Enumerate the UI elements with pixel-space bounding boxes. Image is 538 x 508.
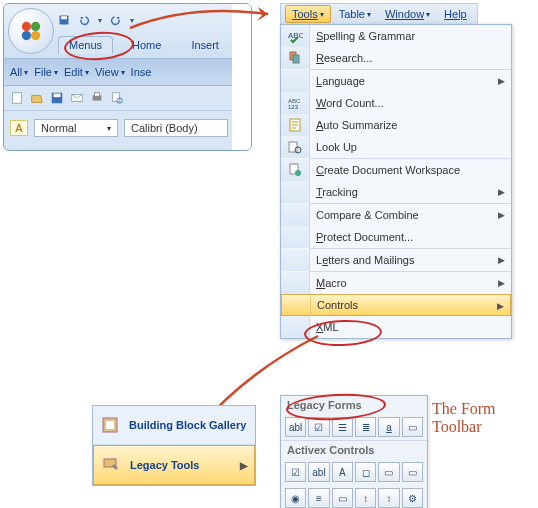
ax-checkbox[interactable]: ☑ — [285, 462, 306, 482]
open-icon[interactable] — [30, 91, 44, 105]
ax-scrollbar[interactable]: ↕ — [378, 488, 399, 508]
legacytools-icon — [101, 454, 123, 476]
svg-point-23 — [295, 170, 301, 176]
tools-dropdown: ABCSSpelling & Grammarpelling & Grammar … — [280, 24, 512, 339]
menu-view[interactable]: View▾ — [95, 66, 125, 78]
svg-point-3 — [31, 31, 40, 40]
svg-point-1 — [31, 22, 40, 31]
menu-lookup[interactable]: Look Up — [281, 136, 511, 158]
activex-row-2: ◉ ≡ ▭ ↕ ↕ ⚙ — [281, 485, 427, 508]
menu-edit[interactable]: Edit▾ — [64, 66, 89, 78]
mail-icon[interactable] — [70, 91, 84, 105]
style-a-icon: A — [10, 120, 28, 136]
wordcount-icon: ABC123 — [287, 95, 303, 111]
ax-listbox[interactable]: ≡ — [308, 488, 329, 508]
svg-rect-20 — [289, 142, 297, 152]
menu-create-doc-workspace[interactable]: Create Document Workspace — [281, 159, 511, 181]
spellcheck-icon: ABC — [287, 28, 303, 44]
office-logo-icon — [20, 20, 42, 42]
form-text-field[interactable]: abl — [285, 417, 306, 437]
svg-point-0 — [22, 22, 31, 31]
menu-macro[interactable]: Macro▶ — [281, 272, 511, 294]
menu-language[interactable]: Language▶ — [281, 70, 511, 92]
ax-label[interactable]: A — [332, 462, 353, 482]
menu-file[interactable]: File▾ — [34, 66, 58, 78]
svg-rect-11 — [94, 93, 99, 97]
autosum-icon — [287, 117, 303, 133]
svg-point-2 — [22, 31, 31, 40]
ax-image[interactable]: ▭ — [378, 462, 399, 482]
menu-insert-cut[interactable]: Inse — [131, 66, 152, 78]
printpreview-icon[interactable] — [110, 91, 124, 105]
menubar-help[interactable]: Help — [438, 6, 473, 22]
activex-row-1: ☑ abl A ◻ ▭ ▭ — [281, 459, 427, 485]
toolbar-row — [4, 86, 251, 111]
menu-controls[interactable]: Controls▶ — [281, 294, 511, 316]
print-icon[interactable] — [90, 91, 104, 105]
save-icon-2[interactable] — [50, 91, 64, 105]
style-row: A Normal▾ Calibri (Body) — [4, 111, 251, 145]
menu-research[interactable]: Research... — [281, 47, 511, 69]
svg-rect-8 — [54, 94, 61, 98]
svg-text:123: 123 — [288, 104, 299, 110]
lookup-icon — [287, 139, 303, 155]
bbgallery-icon — [100, 414, 122, 436]
menus-row: All▾ File▾ Edit▾ View▾ Inse — [4, 59, 251, 86]
menubar-window[interactable]: Window▾ — [379, 6, 436, 22]
annotation-label: The Form Toolbar — [432, 400, 538, 436]
menubar-table[interactable]: Table▾ — [333, 6, 377, 22]
menu-wordcount[interactable]: ABC123Word Count... — [281, 92, 511, 114]
undo-icon[interactable] — [78, 14, 90, 26]
office-button[interactable] — [8, 8, 54, 54]
activex-header: Activex Controls — [281, 441, 427, 459]
menu-all[interactable]: All▾ — [10, 66, 28, 78]
menu-compare[interactable]: Compare & Combine▶ — [281, 204, 511, 226]
ax-button[interactable]: ▭ — [402, 462, 423, 482]
menu-letters-mailings[interactable]: Letters and Mailings▶ — [281, 249, 511, 271]
font-selector[interactable]: Calibri (Body) — [124, 119, 228, 137]
svg-rect-16 — [293, 55, 299, 63]
ax-spin[interactable]: ↕ — [355, 488, 376, 508]
svg-rect-5 — [61, 16, 67, 19]
menubar-tools[interactable]: Tools▾ — [285, 5, 331, 23]
tab-insert[interactable]: Insert — [180, 36, 230, 54]
svg-rect-25 — [106, 421, 114, 429]
form-frame[interactable]: ≣ — [355, 417, 376, 437]
ax-textbox[interactable]: abl — [308, 462, 329, 482]
undo-dropdown-icon[interactable]: ▾ — [98, 16, 102, 25]
menu-tracking[interactable]: Tracking▶ — [281, 181, 511, 203]
svg-rect-12 — [113, 93, 120, 102]
ax-more[interactable]: ⚙ — [402, 488, 423, 508]
save-icon[interactable] — [58, 14, 70, 26]
menu-protect[interactable]: Protect Document... — [281, 226, 511, 248]
menubar: Tools▾ Table▾ Window▾ Help — [280, 3, 478, 25]
building-block-gallery[interactable]: Building Block Gallery — [93, 406, 255, 445]
ax-toggle[interactable]: ▭ — [332, 488, 353, 508]
research-icon — [287, 50, 303, 66]
ax-combobox[interactable]: ◻ — [355, 462, 376, 482]
legacy-tools[interactable]: Legacy Tools ▶ — [93, 445, 255, 485]
style-selector[interactable]: Normal▾ — [34, 119, 118, 137]
svg-rect-6 — [13, 93, 22, 104]
arrow-to-tools — [120, 6, 290, 36]
controls-submenu: Building Block Gallery Legacy Tools ▶ — [92, 405, 256, 486]
new-doc-icon[interactable] — [10, 91, 24, 105]
form-reset[interactable]: ▭ — [402, 417, 423, 437]
workspace-icon — [287, 162, 303, 178]
menu-autosummarize[interactable]: Auto Summarize — [281, 114, 511, 136]
menu-spelling[interactable]: ABCSSpelling & Grammarpelling & Grammar — [281, 25, 511, 47]
ax-option[interactable]: ◉ — [285, 488, 306, 508]
form-shading[interactable]: a — [378, 417, 399, 437]
